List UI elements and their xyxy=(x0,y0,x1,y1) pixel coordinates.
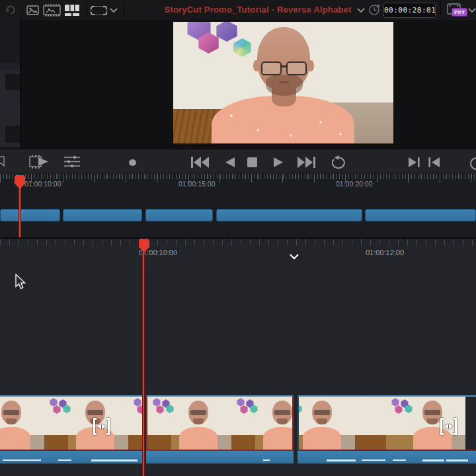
audio-waveform xyxy=(393,459,406,461)
timeline-chevron-down-icon[interactable] xyxy=(356,7,365,13)
timeline-ruler-ticks xyxy=(0,239,476,245)
play-to-first-frame-button[interactable] xyxy=(428,157,440,167)
glasses-left-lens xyxy=(261,61,282,75)
left-panel-thumb xyxy=(5,126,20,143)
toolbar-divider xyxy=(22,1,22,19)
timeline-clip-1[interactable] xyxy=(0,395,143,451)
clip-play-icon[interactable] xyxy=(29,155,50,169)
filmstrip-view-icon[interactable] xyxy=(43,4,61,17)
media-pool-icon[interactable] xyxy=(26,5,39,15)
audio-waveform xyxy=(58,459,71,461)
timecode-display[interactable]: 00:00:28:01 xyxy=(383,3,436,18)
play-reverse-button[interactable] xyxy=(224,157,235,167)
proxy-badge: PXY xyxy=(452,8,467,17)
sync-icon[interactable] xyxy=(4,4,17,16)
audio-waveform xyxy=(263,459,270,461)
glasses-bridge xyxy=(281,65,288,67)
audio-clip-2[interactable] xyxy=(146,451,294,464)
viewport-icon[interactable] xyxy=(90,5,108,16)
mini-ruler-label: 01:00:20:00 xyxy=(336,180,372,188)
mini-timeline-clip[interactable] xyxy=(63,209,142,221)
timeline-options-chevron-icon[interactable] xyxy=(289,251,299,262)
mini-timeline-clip[interactable] xyxy=(145,209,213,221)
play-to-last-frame-button[interactable] xyxy=(408,157,420,167)
transition-icon[interactable] xyxy=(438,416,458,436)
proxy-chevron-down-icon[interactable] xyxy=(467,7,476,13)
hexagon-decoration xyxy=(216,22,238,42)
toolbar-divider xyxy=(123,1,124,19)
loop-button[interactable] xyxy=(329,155,346,169)
toolbar-divider xyxy=(440,1,441,19)
top-toolbar: StoryCut Promo_Tutorial - Reverse Alphab… xyxy=(0,0,476,20)
hexagon-decoration xyxy=(233,38,252,57)
transport-bar: ‹ › xyxy=(0,149,476,173)
timeline-playhead-line[interactable] xyxy=(142,239,145,476)
video-preview[interactable] xyxy=(173,22,393,143)
audio-waveform xyxy=(446,459,468,461)
audio-waveform xyxy=(422,459,444,461)
glasses-right-lens xyxy=(286,61,307,75)
left-panel-thumb xyxy=(5,74,20,90)
audio-waveform xyxy=(91,459,138,461)
mini-ruler-label: 01:00:10:00 xyxy=(24,180,61,188)
audio-waveform xyxy=(327,459,356,461)
clip-thumbnail xyxy=(147,397,231,450)
person-beard xyxy=(266,75,303,96)
mini-timeline[interactable] xyxy=(0,173,476,237)
audio-clip-1[interactable] xyxy=(0,451,143,464)
mini-timeline-ruler-major-ticks xyxy=(0,174,476,182)
stop-button[interactable] xyxy=(247,157,257,167)
audio-waveform xyxy=(362,459,385,461)
left-panel-edge xyxy=(0,20,20,149)
camera-icon[interactable] xyxy=(470,157,476,170)
clip-thumbnail xyxy=(128,397,143,450)
jog-handle[interactable] xyxy=(129,159,136,166)
clip-thumbnail xyxy=(0,397,44,450)
chevron-down-icon[interactable] xyxy=(109,7,118,13)
mini-timeline-clip[interactable] xyxy=(216,209,362,221)
audio-clip-3[interactable] xyxy=(298,451,476,464)
mouse-cursor xyxy=(15,274,26,292)
clip-thumbnail xyxy=(231,397,294,450)
timeline-clip-2-selected[interactable] xyxy=(146,395,294,451)
mini-timeline-clip[interactable] xyxy=(0,209,60,221)
left-panel-block xyxy=(0,63,20,71)
mini-timeline-clip[interactable] xyxy=(365,209,476,221)
clip-thumbnail xyxy=(44,397,128,450)
play-button[interactable] xyxy=(273,157,284,167)
clip-thumbnail xyxy=(298,397,355,450)
audio-waveform xyxy=(3,459,41,461)
video-editor-app: { "app": "video-editor-edit-page", "topb… xyxy=(0,0,476,476)
jump-to-end-button[interactable] xyxy=(298,157,316,168)
storyboard-view-icon[interactable] xyxy=(64,4,80,17)
mini-ruler-label: 01:00:15:00 xyxy=(178,180,215,188)
jump-to-start-button[interactable] xyxy=(190,157,209,168)
transition-icon[interactable] xyxy=(91,416,111,436)
timeline-options-icon[interactable] xyxy=(63,155,81,168)
timeline-name[interactable]: StoryCut Promo_Tutorial - Reverse Alphab… xyxy=(126,5,390,15)
clock-icon[interactable] xyxy=(368,3,381,17)
marker-icon[interactable] xyxy=(0,156,5,167)
toolbar-divider xyxy=(86,1,87,19)
person-mouth xyxy=(279,81,289,83)
ruler-label: 01:00:12:00 xyxy=(366,249,404,257)
